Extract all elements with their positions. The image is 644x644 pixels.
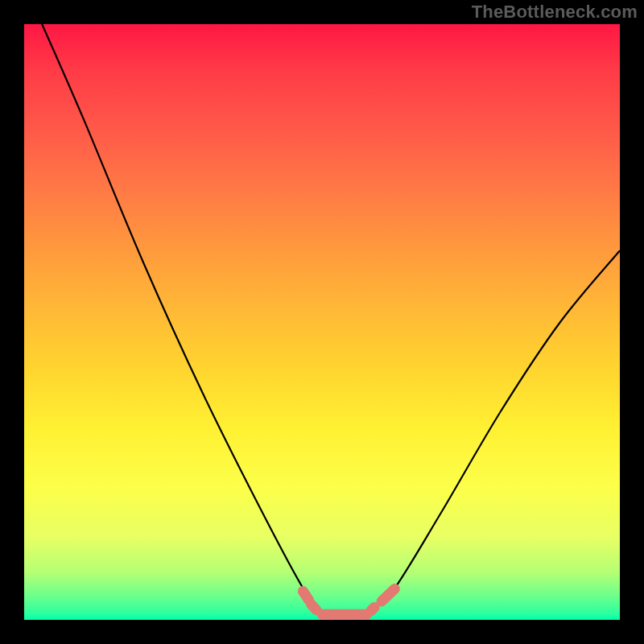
highlight-segment [371,607,374,610]
highlight-segment [303,591,308,600]
highlight-segment [382,589,394,602]
chart-frame: TheBottleneck.com [0,0,644,644]
bottleneck-curve [42,24,620,617]
curve-layer [24,24,620,620]
highlight-segment [312,605,316,610]
watermark-text: TheBottleneck.com [472,2,638,23]
plot-area [24,24,620,620]
